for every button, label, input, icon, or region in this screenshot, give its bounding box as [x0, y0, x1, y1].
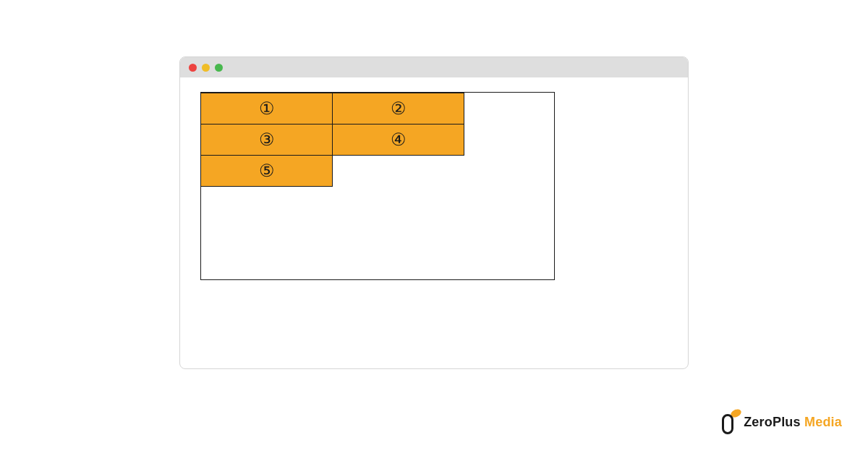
maximize-icon[interactable] [215, 64, 223, 72]
brand-logo-text: ZeroPlus Media [744, 415, 842, 430]
brand-primary-text: ZeroPlus [744, 415, 801, 429]
zeroplus-logo-icon [722, 410, 739, 434]
close-icon[interactable] [189, 64, 197, 72]
flex-item-1: ① [200, 93, 333, 124]
flex-item-label: ③ [259, 130, 275, 150]
brand-secondary-text: Media [804, 415, 842, 429]
flex-item-label: ⑤ [259, 161, 275, 181]
flex-wrap-container: ① ② ③ ④ ⑤ [201, 93, 554, 187]
minimize-icon[interactable] [202, 64, 210, 72]
flex-demo-container: ① ② ③ ④ ⑤ [200, 92, 555, 280]
flex-item-5: ⑤ [200, 155, 333, 187]
window-title-bar [180, 57, 688, 77]
flex-item-label: ① [259, 98, 275, 119]
browser-window: ① ② ③ ④ ⑤ [179, 56, 689, 369]
flex-item-label: ④ [391, 130, 407, 150]
flex-item-2: ② [332, 93, 464, 124]
flex-item-3: ③ [200, 124, 333, 156]
flex-item-label: ② [391, 98, 407, 119]
brand-logo: ZeroPlus Media [722, 410, 842, 434]
flex-item-4: ④ [332, 124, 464, 156]
